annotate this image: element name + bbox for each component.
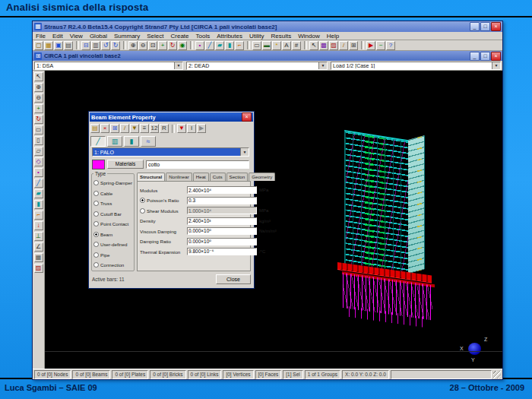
child-minimize-button[interactable]: _ bbox=[470, 52, 480, 61]
menu-view[interactable]: View bbox=[70, 33, 83, 40]
zoom-out-icon[interactable]: ⊖ bbox=[138, 41, 147, 50]
edit-property-icon[interactable]: / bbox=[120, 124, 129, 133]
resize-grip[interactable] bbox=[493, 371, 501, 378]
dropdown-arrow-icon[interactable]: ▼ bbox=[174, 62, 182, 69]
brick-tool-icon[interactable]: ▮ bbox=[34, 200, 43, 209]
zoom-in-tool-icon[interactable]: ⊕ bbox=[34, 83, 43, 92]
dialog-close-action-button[interactable]: Close bbox=[216, 274, 251, 284]
measure-tool-icon[interactable]: ∠ bbox=[34, 242, 43, 252]
density-field[interactable] bbox=[187, 217, 257, 225]
menu-select[interactable]: Select bbox=[147, 33, 163, 40]
child-restore-button[interactable]: □ bbox=[480, 52, 490, 61]
canvas-splitter[interactable] bbox=[45, 351, 502, 352]
type-option-point-contact[interactable]: Point Contact bbox=[93, 219, 134, 230]
labels-icon[interactable]: A bbox=[282, 41, 291, 50]
type-option-beam[interactable]: Beam bbox=[93, 230, 134, 240]
view-zx-icon[interactable]: ▱ bbox=[34, 147, 43, 156]
copy-icon[interactable]: ⊟ bbox=[81, 41, 90, 50]
ply-type-button[interactable]: ≈ bbox=[141, 136, 156, 147]
restraint-tool-icon[interactable]: ⊥ bbox=[34, 232, 43, 241]
type-option-user-defined[interactable]: User-defined bbox=[93, 239, 134, 250]
link-tool-icon[interactable]: ⌐ bbox=[34, 211, 43, 220]
import-property-icon[interactable]: ▼ bbox=[130, 124, 139, 133]
light-icon[interactable]: * bbox=[272, 41, 281, 50]
restore-button[interactable]: □ bbox=[480, 22, 490, 31]
damping-ratio-field[interactable] bbox=[187, 238, 257, 245]
tab-section[interactable]: Section bbox=[226, 173, 249, 181]
node-tool-icon[interactable]: • bbox=[34, 168, 43, 177]
view-yz-icon[interactable]: ▯ bbox=[34, 136, 43, 145]
select-arrow-icon[interactable]: ↖ bbox=[309, 41, 318, 50]
sort-icon[interactable]: R bbox=[160, 124, 169, 133]
node-toggle-icon[interactable]: • bbox=[195, 41, 204, 50]
copy-property-icon[interactable]: ⊞ bbox=[110, 124, 119, 133]
snap-grid-icon[interactable]: # bbox=[292, 41, 301, 50]
dropdown-arrow-icon[interactable]: ▼ bbox=[492, 62, 500, 69]
poissons-ratio-field[interactable] bbox=[187, 197, 257, 204]
clear-select-icon[interactable]: ▨ bbox=[329, 41, 338, 50]
property-name-field[interactable] bbox=[146, 160, 249, 169]
viscous-damping-field[interactable] bbox=[187, 227, 257, 235]
results-icon[interactable]: ~ bbox=[376, 41, 385, 50]
help-icon[interactable]: ? bbox=[386, 41, 395, 50]
type-option-truss[interactable]: Truss bbox=[93, 198, 134, 209]
load-tool-icon[interactable]: ↓ bbox=[34, 221, 43, 230]
delete-property-icon[interactable]: × bbox=[100, 124, 109, 133]
solver-icon[interactable]: ▶ bbox=[366, 41, 375, 50]
shear-modulus-radio[interactable] bbox=[140, 208, 145, 214]
child-close-button[interactable]: × bbox=[491, 52, 501, 61]
select-all-icon[interactable]: ▩ bbox=[319, 41, 328, 50]
menu-summary[interactable]: Summary bbox=[114, 33, 140, 40]
menu-window[interactable]: Window bbox=[298, 33, 319, 40]
renumber-icon[interactable]: 12 bbox=[150, 124, 159, 133]
pan-tool-icon[interactable]: + bbox=[34, 104, 43, 113]
type-option-cutoff-bar[interactable]: Cutoff Bar bbox=[93, 209, 134, 220]
zoom-out-tool-icon[interactable]: ⊖ bbox=[34, 93, 43, 103]
redo-icon[interactable]: ↻ bbox=[111, 41, 120, 50]
freedom-case-combo[interactable]: 2: DEAD ▼ bbox=[186, 62, 328, 70]
property-icon[interactable]: / bbox=[339, 41, 348, 50]
menu-edit[interactable]: Edit bbox=[52, 33, 63, 40]
load-case-combo[interactable]: 1: DSA ▼ bbox=[34, 62, 183, 70]
print-icon[interactable]: ▤ bbox=[64, 41, 73, 50]
menu-file[interactable]: File bbox=[36, 33, 46, 40]
dropdown-arrow-icon[interactable]: ▼ bbox=[240, 148, 249, 156]
wireframe-icon[interactable]: ▭ bbox=[252, 41, 261, 50]
dropdown-arrow-icon[interactable]: ▼ bbox=[318, 62, 327, 69]
paste-icon[interactable]: ▥ bbox=[91, 41, 100, 50]
pan-icon[interactable]: + bbox=[158, 41, 167, 50]
tab-nonlinear[interactable]: Nonlinear bbox=[166, 173, 192, 181]
plate-tool-icon[interactable]: ▰ bbox=[34, 189, 43, 198]
modulus-field[interactable] bbox=[187, 186, 257, 194]
tab-structural[interactable]: Structural bbox=[137, 173, 165, 181]
redraw-icon[interactable]: ◉ bbox=[178, 41, 187, 50]
plate-type-button[interactable]: ▥ bbox=[107, 136, 122, 147]
type-option-connection[interactable]: Connection bbox=[93, 260, 134, 271]
type-option-pipe[interactable]: Pipe bbox=[93, 250, 134, 261]
zoom-in-icon[interactable]: ⊕ bbox=[128, 41, 138, 50]
rotate-tool-icon[interactable]: ↻ bbox=[34, 115, 43, 124]
save-icon[interactable]: ▣ bbox=[54, 41, 63, 50]
tab-cuts[interactable]: Cuts bbox=[210, 173, 226, 181]
menu-global[interactable]: Global bbox=[90, 33, 107, 40]
align-icon[interactable]: ≡ bbox=[140, 124, 149, 133]
rotate-view-icon[interactable]: ↻ bbox=[168, 41, 177, 50]
new-property-icon[interactable]: ▤ bbox=[90, 124, 100, 133]
view-iso-icon[interactable]: ◇ bbox=[34, 157, 43, 166]
property-color-swatch[interactable] bbox=[92, 160, 105, 169]
undo-icon[interactable]: ↺ bbox=[101, 41, 110, 50]
new-file-icon[interactable]: ▢ bbox=[34, 41, 43, 50]
view-xy-icon[interactable]: ▭ bbox=[34, 125, 43, 135]
poissons-ratio-radio[interactable] bbox=[140, 198, 145, 203]
calculator-icon[interactable]: ⊞ bbox=[349, 41, 358, 50]
close-button[interactable]: × bbox=[491, 22, 501, 31]
materials-button[interactable]: Materials bbox=[107, 160, 144, 169]
dialog-close-button[interactable]: × bbox=[242, 112, 252, 122]
result-case-combo[interactable]: Load 1/2 [Case 1] ▼ bbox=[331, 62, 501, 70]
grid-tool-icon[interactable]: ▦ bbox=[34, 253, 43, 262]
assign-icon[interactable]: ▶ bbox=[197, 124, 206, 133]
beam-toggle-icon[interactable]: ╱ bbox=[205, 41, 214, 50]
menu-create[interactable]: Create bbox=[170, 33, 188, 40]
menu-attributes[interactable]: Attributes bbox=[217, 33, 242, 40]
color-drop-icon[interactable]: ▼ bbox=[177, 124, 186, 133]
